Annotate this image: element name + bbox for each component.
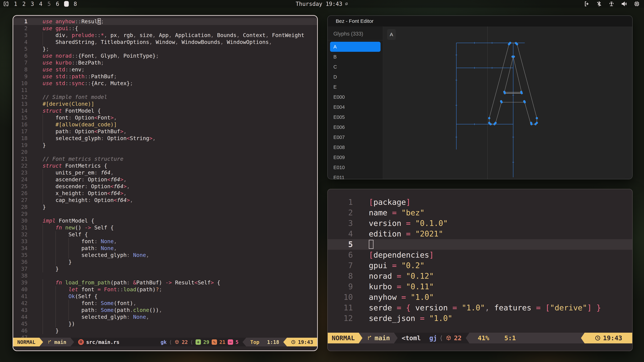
code-text: selected_glyph: Option<String>, [42,135,156,141]
line-number: 2 [13,25,28,32]
code-text: fn load_from_path(path: &PathBuf) -> Res… [42,279,220,286]
cpu-icon[interactable] [634,1,640,7]
code-line: 40 let font = Font::load(path)?; [13,286,317,293]
code-line: 23 units_per_em: f64, [13,169,317,176]
glyph-list-item[interactable]: E008 [328,142,383,152]
file-name: src/main.rs [86,339,120,345]
indent-guide [56,259,56,266]
workspace-1[interactable]: 1 [14,1,18,7]
code-text: serde = { version = "1.0", features = ["… [369,303,601,312]
powerline-separator [242,338,246,347]
glyph-list-item[interactable]: A [330,42,380,52]
bluetooth-off-icon[interactable] [596,1,602,7]
volume-icon[interactable] [621,0,628,7]
refresh-icon[interactable] [345,2,348,6]
glyph-list-item[interactable]: D [328,72,383,82]
mode-indicator: NORMAL [13,338,40,347]
glyph-list-item[interactable]: E [328,82,383,92]
git-branch-segment: main [362,333,394,344]
code-text: path: Option<PathBuf>, [42,128,126,135]
indent-guide [56,286,56,293]
line-number: 28 [13,204,28,211]
code-line: 27 cap_height: Option<f64>, [13,197,317,204]
glyph-list-item[interactable]: E004 [328,102,383,112]
glyph-list-item[interactable]: B [328,52,383,62]
filetype-segment: <toml gj ⟨ 22 [398,333,466,344]
workspace-4[interactable]: 4 [39,1,42,7]
editor-window-toml[interactable]: 1[package]2name = "bez"3version = "0.1.0… [327,189,632,351]
indent-guide [42,176,43,183]
code-line: 42 font: Some(font), [13,300,317,307]
line-number: 6 [328,250,353,260]
code-text: } [42,328,59,334]
code-text: SharedString, TitlebarOptions, Window, W… [42,39,272,45]
code-area-rust[interactable]: 1use anyhow::Result;2use gpui::{3 div, p… [13,16,317,338]
glyph-list-item[interactable]: E007 [328,132,383,142]
code-text: }; [42,46,49,52]
powerline-separator [359,333,362,344]
glyph-list[interactable]: ABCDEE000E004E005E006E007E008E009E010E01… [328,40,383,179]
code-text: version = "0.1.0" [369,219,448,228]
code-text: gpui = "0.2" [369,261,424,270]
workspace-2[interactable]: 2 [22,1,26,7]
time-segment: 19:43 [287,338,317,347]
code-line: 47 [13,334,317,338]
glyph-list-item[interactable]: E000 [328,92,383,102]
code-line: 14struct FontModel { [13,107,317,114]
indent-guide [42,259,43,266]
indent-guide [42,121,43,128]
glyph-canvas[interactable]: A [383,26,632,179]
code-line: 38 [13,272,317,279]
code-text: path: Some(path.clone()), [42,307,162,313]
code-text: #[derive(Clone)] [42,101,94,107]
workspace-5[interactable]: 5 [47,1,51,7]
code-line: 16 #[allow(dead_code)] [13,121,317,128]
code-area-toml[interactable]: 1[package]2name = "bez"3version = "0.1.0… [328,189,632,333]
code-line: 45 }) [13,321,317,327]
line-number: 8 [13,66,28,73]
glyph-list-item[interactable]: C [328,62,383,72]
logout-icon[interactable] [584,1,590,7]
indent-guide [68,238,69,245]
code-text: use kurbo::BezPath; [42,59,104,66]
indent-guide [42,135,43,142]
network-icon[interactable] [608,0,615,7]
glyph-list-item[interactable]: E006 [328,122,383,132]
line-number: 3 [328,218,353,229]
code-text: anyhow = "1.0" [369,293,434,302]
line-number: 37 [13,266,28,272]
window-manager-icon[interactable] [3,1,9,7]
glyph-list-item[interactable]: E005 [328,112,383,122]
code-line: 34 path: None, [13,245,317,252]
code-line: 7use kurbo::BezPath; [13,59,317,66]
line-number: 12 [13,94,28,100]
line-number: 12 [328,313,353,324]
package-icon [174,340,180,345]
glyph-list-item[interactable]: E010 [328,162,383,172]
line-number: 10 [328,292,353,303]
cursor-position: 5:1 [504,334,516,342]
workspace-6[interactable]: 6 [56,1,59,7]
code-text: selected_glyph: None, [42,252,149,258]
glyph-list-item[interactable]: E009 [328,152,383,162]
workspace-7[interactable] [64,1,69,7]
code-line: 28} [13,204,317,211]
glyph-list-item[interactable]: E011 [328,172,383,179]
workspace-8[interactable]: 8 [74,1,77,7]
font-editor-window[interactable]: Bez - Font Editor Glyphs (333) ABCDEE000… [327,15,632,179]
line-number: 11 [13,87,28,94]
editor-window-rust[interactable]: 1use anyhow::Result;2use gpui::{3 div, p… [12,15,318,351]
code-line: 4edition = "2021" [328,229,632,239]
workspace-3[interactable]: 3 [30,1,34,7]
code-line: 19} [13,142,317,149]
indent-guide [56,238,56,245]
minus-icon: − [228,339,233,345]
gap [423,334,427,342]
code-text: Self { [42,231,88,238]
line-number: 44 [13,314,28,321]
clock-icon [291,340,296,345]
line-number: 30 [13,217,28,224]
code-line: 21// Font metrics structure [13,156,317,162]
indent-guide [68,314,69,321]
line-number: 9 [13,73,28,80]
